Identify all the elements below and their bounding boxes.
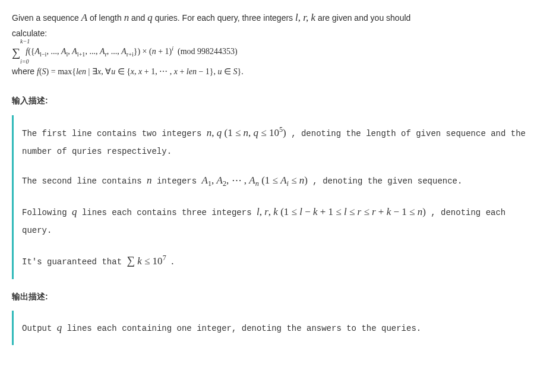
formula-body: f({Al−i, ..., Al, Al+1, ..., Ar, ..., Ar… [24, 47, 238, 56]
where-clause: where f(S) = max{len | ∃x, ∀u ∈ {x, x + … [12, 64, 541, 80]
text: Following [22, 208, 72, 217]
sigma-lower: i=0 [20, 56, 29, 67]
var-q: q [147, 12, 153, 23]
text: quries. For each query, three integers [155, 13, 295, 23]
input-p2: The second line contains n integers A1, … [22, 170, 532, 191]
input-description-block: The first line contains two integers n, … [12, 115, 541, 279]
var-q: q [57, 322, 62, 333]
problem-line-2: calculate: [12, 27, 541, 41]
text: are given and you should [318, 13, 410, 23]
text: The first line contains two integers [22, 129, 207, 138]
input-section-title: 输入描述: [12, 94, 541, 108]
text: Output [22, 324, 57, 333]
math: l, r, k (1 ≤ l − k + 1 ≤ l ≤ r ≤ r + k −… [257, 206, 426, 217]
math: n, q (1 ≤ n, q ≤ 105) [207, 127, 286, 138]
vars-lrk: l, r, k [295, 12, 315, 23]
where-prefix: where [12, 67, 37, 76]
input-p1: The first line contains two integers n, … [22, 122, 532, 160]
sub-r-plus-i: r+i [127, 51, 134, 58]
var-n: n [124, 12, 129, 23]
sub-l-plus-1: l+1 [77, 51, 86, 58]
var-A: A [81, 12, 87, 23]
input-p3: Following q lines each contains three in… [22, 202, 532, 239]
text: of length [90, 13, 124, 23]
math: ∑ k ≤ 107 [127, 255, 166, 267]
var-n: n [147, 175, 152, 186]
text: integers [157, 176, 202, 186]
text: lines each containing one integer, denot… [67, 324, 422, 333]
where-formula: f(S) = max{len | ∃x, ∀u ∈ {x, x + 1, ⋯ ,… [37, 67, 244, 76]
var-q: q [72, 206, 77, 217]
math: A1, A2, ⋯ , An (1 ≤ Ai ≤ n) [202, 175, 308, 186]
text: , denoting the given sequence. [312, 176, 462, 186]
sub-l-minus-i: l−i [40, 51, 46, 58]
text: lines each contains three integers [82, 208, 257, 217]
text: Given a sequence [12, 13, 81, 23]
output-section-title: 输出描述: [12, 290, 541, 304]
problem-line-1: Given a sequence A of length n and q qur… [12, 10, 541, 27]
text: The second line contains [22, 176, 147, 186]
text: It's guaranteed that [22, 257, 127, 267]
main-formula: ∑ k−1 i=0 f({Al−i, ..., Al, Al+1, ..., A… [12, 41, 541, 64]
sigma-symbol: ∑ k−1 i=0 [12, 41, 20, 64]
sigma-upper: k−1 [20, 36, 30, 47]
output-p1: Output q lines each containing one integ… [22, 318, 532, 338]
output-description-block: Output q lines each containing one integ… [12, 311, 541, 345]
text: and [131, 13, 147, 23]
sigma-glyph: ∑ [12, 46, 20, 59]
text: . [171, 255, 173, 267]
problem-statement: Given a sequence A of length n and q qur… [12, 10, 541, 80]
input-p4: It's guaranteed that ∑ k ≤ 107 . [22, 249, 532, 272]
